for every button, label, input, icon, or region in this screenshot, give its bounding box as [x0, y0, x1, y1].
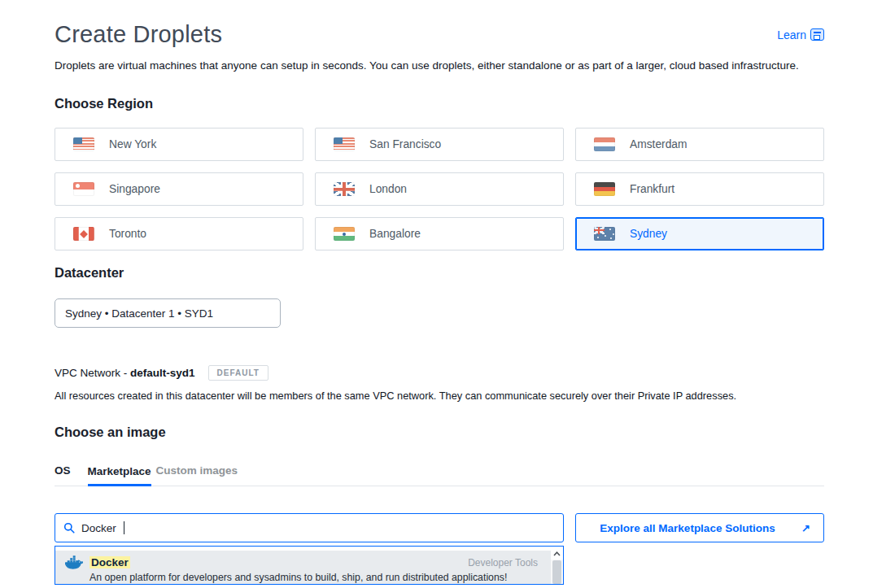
- datacenter-select[interactable]: Sydney • Datacenter 1 • SYD1: [55, 298, 281, 328]
- vpc-description: All resources created in this datacenter…: [55, 390, 824, 402]
- search-results-dropdown: Docker Developer Tools An open platform …: [55, 546, 564, 585]
- datacenter-selected-value: Sydney • Datacenter 1 • SYD1: [65, 307, 213, 320]
- region-label: Bangalore: [369, 228, 421, 240]
- flag-canada-icon: [73, 227, 94, 241]
- region-label: Sydney: [630, 228, 667, 240]
- region-card-toronto[interactable]: Toronto: [55, 217, 303, 250]
- datacenter-heading: Datacenter: [55, 265, 824, 281]
- region-card-new-york[interactable]: New York: [55, 128, 303, 161]
- scroll-up-button[interactable]: [551, 547, 563, 560]
- tab-custom-images[interactable]: Custom images: [156, 464, 238, 486]
- result-title-highlighted: Docker: [89, 556, 130, 568]
- tab-os[interactable]: OS: [55, 464, 71, 486]
- flag-singapore-icon: [73, 182, 94, 196]
- region-card-frankfurt[interactable]: Frankfurt: [575, 172, 824, 206]
- region-card-sydney[interactable]: Sydney: [575, 217, 824, 250]
- text-caret: [124, 521, 124, 534]
- tab-marketplace[interactable]: Marketplace: [88, 465, 151, 486]
- flag-germany-icon: [594, 182, 615, 196]
- region-label: Amsterdam: [630, 138, 687, 150]
- image-tabs: OS Marketplace Custom images: [55, 464, 824, 486]
- choose-region-heading: Choose Region: [55, 96, 824, 111]
- chevron-up-icon: [553, 551, 561, 556]
- region-card-bangalore[interactable]: Bangalore: [315, 217, 564, 250]
- create-droplets-page: Create Droplets Learn Droplets are virtu…: [0, 21, 873, 585]
- choose-image-heading: Choose an image: [55, 425, 824, 440]
- flag-us-icon: [334, 137, 355, 151]
- flag-australia-icon: [594, 227, 615, 241]
- vpc-default-badge: DEFAULT: [208, 365, 268, 381]
- explore-button-label: Explore all Marketplace Solutions: [600, 522, 775, 534]
- region-grid: New York San Francisco Amsterdam Singapo…: [55, 128, 824, 250]
- region-label: Singapore: [109, 183, 160, 195]
- flag-us-icon: [73, 137, 94, 151]
- learn-link[interactable]: Learn: [777, 28, 824, 41]
- region-card-singapore[interactable]: Singapore: [55, 172, 303, 206]
- flag-netherlands-icon: [594, 137, 615, 151]
- learn-link-label: Learn: [777, 28, 806, 41]
- tutorial-doc-icon: [810, 28, 824, 41]
- result-header: Docker Developer Tools: [65, 555, 543, 569]
- search-icon: [63, 522, 75, 534]
- region-label: London: [369, 183, 407, 195]
- region-card-london[interactable]: London: [315, 172, 564, 206]
- result-category: Developer Tools: [468, 557, 543, 568]
- scrollbar-thumb[interactable]: [552, 560, 561, 584]
- region-label: Frankfurt: [630, 183, 674, 195]
- result-description: An open platform for developers and sysa…: [89, 572, 543, 583]
- marketplace-search-row: Docker Explore all Marketplace Solutions…: [55, 513, 824, 542]
- region-label: Toronto: [109, 228, 146, 240]
- flag-india-icon: [334, 227, 355, 241]
- region-card-san-francisco[interactable]: San Francisco: [315, 128, 564, 161]
- vpc-network-row: VPC Network - default-syd1 DEFAULT: [55, 365, 824, 381]
- page-header: Create Droplets Learn: [55, 21, 824, 48]
- explore-marketplace-button[interactable]: Explore all Marketplace Solutions ↗: [575, 513, 824, 542]
- region-card-amsterdam[interactable]: Amsterdam: [575, 128, 824, 161]
- docker-whale-icon: [65, 555, 83, 569]
- flag-uk-icon: [334, 182, 355, 196]
- page-subtitle: Droplets are virtual machines that anyon…: [55, 59, 824, 72]
- dropdown-scrollbar[interactable]: [551, 547, 563, 584]
- marketplace-result-docker[interactable]: Docker Developer Tools An open platform …: [55, 551, 551, 585]
- region-label: San Francisco: [369, 138, 441, 150]
- marketplace-search-input[interactable]: Docker: [55, 513, 564, 542]
- external-link-arrow-icon: ↗: [801, 522, 810, 534]
- region-label: New York: [109, 138, 156, 150]
- vpc-network-name: default-syd1: [130, 367, 195, 379]
- search-input-value: Docker: [81, 522, 116, 534]
- page-title: Create Droplets: [55, 21, 222, 48]
- vpc-network-label: VPC Network -: [55, 367, 130, 379]
